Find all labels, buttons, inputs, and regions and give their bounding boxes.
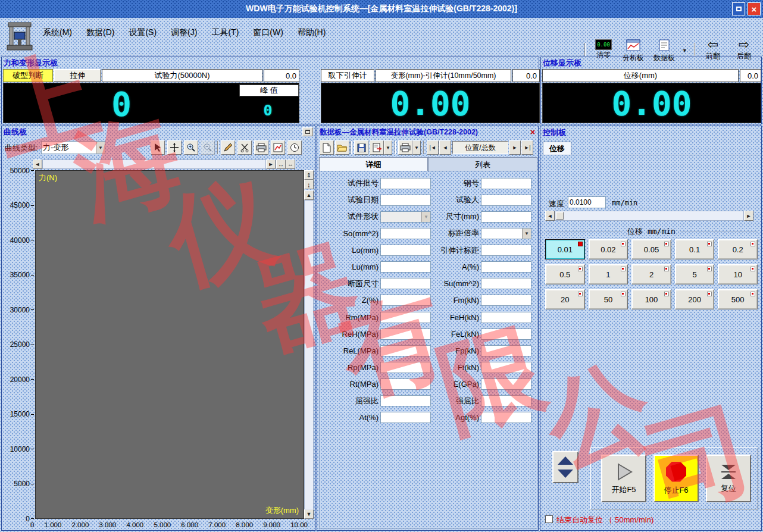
tensile-button[interactable]: 拉伸 xyxy=(54,69,101,82)
feh-input[interactable] xyxy=(481,312,531,323)
close-button[interactable]: × xyxy=(748,2,761,15)
speed-button[interactable]: 50 xyxy=(589,289,628,309)
specimen-shape-select[interactable]: ▼ xyxy=(380,211,431,223)
hscroll-left-button[interactable]: ◄ xyxy=(33,159,42,169)
print-curve-button[interactable] xyxy=(254,140,268,155)
fm-input[interactable] xyxy=(481,295,531,306)
export-dropdown-icon[interactable]: ▼ xyxy=(384,140,392,155)
minimize-button[interactable] xyxy=(732,2,745,15)
speed-button[interactable]: 500 xyxy=(718,289,758,309)
rm-input[interactable] xyxy=(380,312,431,323)
zoom-in-button[interactable] xyxy=(184,140,198,155)
speed-button[interactable]: 2 xyxy=(631,264,671,284)
speed-button[interactable]: 0.5 xyxy=(545,264,585,284)
ft-input[interactable] xyxy=(481,362,531,373)
fit-width-button[interactable]: ↔ xyxy=(276,159,286,169)
reh-input[interactable] xyxy=(380,328,431,340)
test-date-input[interactable] xyxy=(380,195,431,206)
speed-button[interactable]: 0.01 xyxy=(545,239,585,259)
rp-input[interactable] xyxy=(380,362,431,373)
remove-extensometer-button[interactable]: 取下引伸计 xyxy=(321,69,374,82)
su-input[interactable] xyxy=(481,278,531,289)
reset-button[interactable]: 复位 xyxy=(706,455,751,502)
cursor-tool-button[interactable] xyxy=(151,140,165,155)
menu-tools[interactable]: 工具(T) xyxy=(204,25,246,40)
speed-button[interactable]: 5 xyxy=(675,264,715,284)
print-record-button[interactable] xyxy=(398,140,412,155)
record-next-button[interactable]: ► xyxy=(509,140,521,155)
hscrollbar-track[interactable] xyxy=(42,159,266,169)
timer-tool-button[interactable] xyxy=(287,140,302,155)
record-prev-button[interactable]: ◄ xyxy=(439,140,451,155)
fit-extents-button[interactable]: ⇔ xyxy=(286,159,295,169)
print-dropdown-icon[interactable]: ▼ xyxy=(412,140,421,155)
speed-slider-track[interactable] xyxy=(555,211,744,221)
speed-button[interactable]: 0.05 xyxy=(631,239,671,259)
slider-right-button[interactable]: ► xyxy=(744,211,753,221)
plot-area[interactable]: 力(N) 变形(mm) xyxy=(35,170,304,519)
speed-button[interactable]: 100 xyxy=(631,289,671,309)
size-input[interactable] xyxy=(481,211,531,223)
rt-input[interactable] xyxy=(380,378,431,390)
stop-button[interactable]: 停止F6 xyxy=(653,455,699,502)
vscroll-down-button[interactable]: ▼ xyxy=(304,509,314,519)
curve-restore-button[interactable] xyxy=(302,127,313,136)
section-size-input[interactable] xyxy=(380,278,431,289)
open-record-button[interactable] xyxy=(335,140,349,155)
auto-reset-checkbox[interactable] xyxy=(545,515,553,523)
cut-tool-button[interactable] xyxy=(237,140,252,155)
speed-button[interactable]: 0.2 xyxy=(718,239,758,259)
e-modulus-input[interactable] xyxy=(481,378,531,390)
record-last-button[interactable]: ►| xyxy=(521,140,533,155)
menu-settings[interactable]: 设置(S) xyxy=(121,25,164,40)
speed-slider-thumb[interactable] xyxy=(556,212,564,220)
crosshair-tool-button[interactable] xyxy=(167,140,182,155)
menu-window[interactable]: 窗口(W) xyxy=(246,25,290,40)
start-button[interactable]: 开始F5 xyxy=(601,455,646,502)
chart-style-button[interactable] xyxy=(271,140,285,155)
fit-all-button[interactable]: ↨ xyxy=(304,180,314,189)
speed-button[interactable]: 1 xyxy=(589,264,628,284)
board-dropdown-icon[interactable]: ▼ xyxy=(682,48,687,54)
export-record-button[interactable] xyxy=(370,140,384,155)
save-record-button[interactable] xyxy=(354,140,368,155)
new-record-button[interactable] xyxy=(320,140,334,155)
specimen-batch-input[interactable] xyxy=(380,178,431,189)
speed-input[interactable] xyxy=(568,196,606,208)
zoom-out-button[interactable] xyxy=(201,140,215,155)
curve-type-select[interactable]: 力-变形 ▼ xyxy=(41,141,105,154)
lo-input[interactable] xyxy=(380,245,431,256)
menu-system[interactable]: 系统(M) xyxy=(36,25,79,40)
tensile-yield-ratio-input[interactable] xyxy=(481,395,531,406)
z-percent-input[interactable] xyxy=(380,295,431,306)
vscroll-up-button[interactable]: ▲ xyxy=(304,190,314,200)
jog-up-down-button[interactable] xyxy=(552,451,578,483)
agt-percent-input[interactable] xyxy=(481,412,531,423)
tab-detail[interactable]: 详细 xyxy=(319,157,428,171)
lu-input[interactable] xyxy=(380,261,431,273)
speed-button[interactable]: 10 xyxy=(718,264,758,284)
speed-button[interactable]: 20 xyxy=(545,289,585,309)
steel-grade-input[interactable] xyxy=(481,178,531,189)
gauge-ratio-select[interactable]: ▼ xyxy=(481,228,531,239)
hscroll-right-button[interactable]: ► xyxy=(266,159,276,169)
pen-tool-button[interactable] xyxy=(221,140,235,155)
tab-displacement[interactable]: 位移 xyxy=(543,142,571,155)
extensometer-gauge-input[interactable] xyxy=(481,245,531,256)
yield-ratio-input[interactable] xyxy=(380,395,431,406)
tab-list[interactable]: 列表 xyxy=(428,157,537,171)
record-first-button[interactable]: |◄ xyxy=(427,140,439,155)
fit-height-button[interactable]: ⇕ xyxy=(304,170,314,180)
operator-input[interactable] xyxy=(481,195,531,206)
menu-data[interactable]: 数据(D) xyxy=(79,25,121,40)
fp-input[interactable] xyxy=(481,345,531,356)
menu-adjust[interactable]: 调整(J) xyxy=(164,25,204,40)
menu-help[interactable]: 帮助(H) xyxy=(290,25,333,40)
break-judge-button[interactable]: 破型判断 xyxy=(3,69,53,82)
data-panel-close-button[interactable]: × xyxy=(528,127,537,137)
rel-input[interactable] xyxy=(380,345,431,356)
at-percent-input[interactable] xyxy=(380,412,431,423)
speed-button[interactable]: 200 xyxy=(675,289,715,309)
speed-button[interactable]: 0.02 xyxy=(589,239,628,259)
speed-button[interactable]: 0.1 xyxy=(675,239,715,259)
